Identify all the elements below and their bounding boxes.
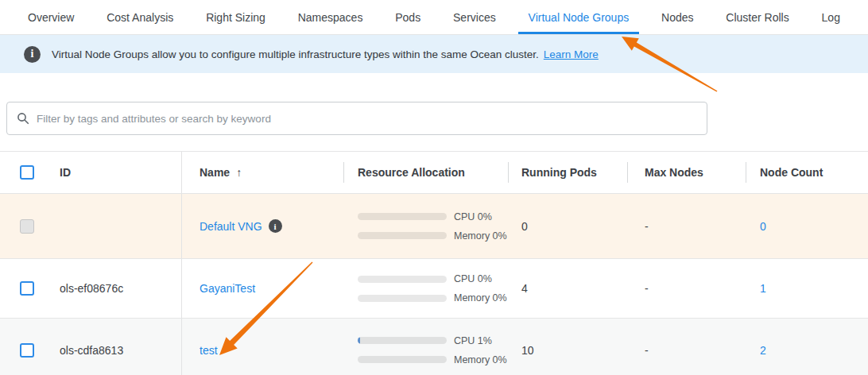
- tab-virtual-node-groups[interactable]: Virtual Node Groups: [518, 0, 640, 34]
- info-icon[interactable]: i: [269, 219, 282, 233]
- ocean-cluster-screen: Overview Cost Analysis Right Sizing Name…: [0, 0, 868, 375]
- tab-right-sizing[interactable]: Right Sizing: [196, 0, 276, 34]
- running-pods-value: 4: [508, 259, 627, 318]
- table-header-row: ID Name ↑ Resource Allocation Running Po…: [0, 152, 868, 194]
- vng-table: ID Name ↑ Resource Allocation Running Po…: [0, 151, 868, 375]
- max-nodes-value: -: [627, 194, 746, 258]
- node-count-link[interactable]: 0: [760, 220, 766, 233]
- filter-search-input[interactable]: [37, 113, 697, 125]
- cpu-usage-bar: [358, 213, 447, 220]
- column-header-running-pods: Running Pods: [508, 152, 627, 193]
- vng-id: ols-ef08676c: [46, 259, 181, 318]
- info-banner: i Virtual Node Groups allow you to confi…: [0, 35, 868, 73]
- memory-usage-bar: [358, 356, 447, 363]
- tab-cluster-rolls[interactable]: Cluster Rolls: [715, 0, 799, 34]
- filter-search-box[interactable]: [6, 102, 707, 135]
- select-all-checkbox[interactable]: [20, 165, 34, 180]
- cluster-tab-bar: Overview Cost Analysis Right Sizing Name…: [0, 0, 868, 35]
- tab-log[interactable]: Log: [812, 0, 851, 34]
- cpu-usage-bar: [358, 337, 447, 344]
- cpu-usage-label: CPU 0%: [454, 273, 492, 284]
- max-nodes-value: -: [627, 319, 746, 375]
- column-header-resource-allocation: Resource Allocation: [343, 152, 508, 193]
- tab-overview[interactable]: Overview: [17, 0, 84, 34]
- memory-usage-bar: [358, 232, 447, 239]
- max-nodes-value: -: [627, 259, 746, 318]
- tab-cost-analysis[interactable]: Cost Analysis: [96, 0, 184, 34]
- table-row-gayanitest[interactable]: ols-ef08676c GayaniTest CPU 0% Memory 0%…: [0, 259, 868, 319]
- row-checkbox-disabled: [20, 219, 34, 234]
- tab-namespaces[interactable]: Namespaces: [288, 0, 374, 34]
- vng-id: [46, 194, 181, 258]
- vng-name-link[interactable]: test: [200, 344, 218, 357]
- memory-usage-label: Memory 0%: [454, 230, 507, 242]
- column-header-name[interactable]: Name ↑: [181, 152, 343, 193]
- cpu-usage-bar: [358, 276, 447, 283]
- memory-usage-label: Memory 0%: [454, 354, 507, 365]
- search-icon: [17, 112, 29, 125]
- row-checkbox[interactable]: [20, 281, 34, 296]
- tab-services[interactable]: Services: [443, 0, 506, 34]
- info-icon: i: [24, 46, 41, 63]
- vng-name-link[interactable]: Default VNG: [200, 220, 262, 233]
- table-row-test[interactable]: ols-cdfa8613 test CPU 1% Memory 0% 10 -: [0, 319, 868, 375]
- info-banner-text: Virtual Node Groups allow you to configu…: [52, 48, 539, 60]
- cpu-usage-label: CPU 0%: [454, 211, 492, 222]
- column-header-max-nodes: Max Nodes: [627, 152, 746, 193]
- tab-pods[interactable]: Pods: [385, 0, 431, 34]
- row-checkbox[interactable]: [20, 343, 34, 358]
- column-header-node-count: Node Count: [746, 152, 868, 193]
- column-header-id: ID: [46, 152, 181, 193]
- memory-usage-label: Memory 0%: [454, 292, 507, 303]
- cpu-usage-label: CPU 1%: [454, 335, 492, 346]
- table-row-default-vng[interactable]: Default VNG i CPU 0% Memory 0% 0 - 0: [0, 194, 868, 259]
- vng-name-link[interactable]: GayaniTest: [200, 282, 255, 295]
- sort-ascending-icon[interactable]: ↑: [236, 166, 242, 179]
- node-count-link[interactable]: 2: [760, 344, 766, 357]
- running-pods-value: 0: [508, 194, 627, 258]
- learn-more-link[interactable]: Learn More: [544, 48, 599, 60]
- running-pods-value: 10: [508, 319, 627, 375]
- tab-nodes[interactable]: Nodes: [651, 0, 703, 34]
- node-count-link[interactable]: 1: [760, 282, 766, 295]
- memory-usage-bar: [358, 295, 447, 302]
- vng-id: ols-cdfa8613: [46, 319, 181, 375]
